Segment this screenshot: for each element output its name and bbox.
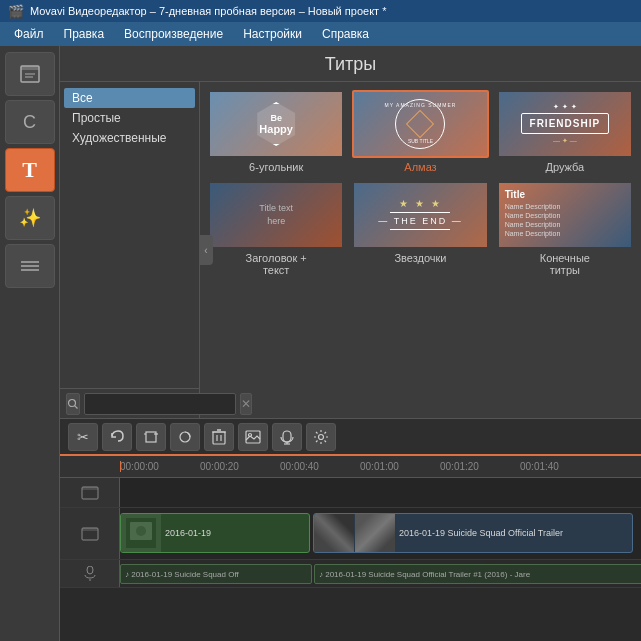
menu-help[interactable]: Справка [312,25,379,43]
category-artistic[interactable]: Художественные [64,128,195,148]
svg-point-29 [136,526,146,536]
menu-file[interactable]: Файл [4,25,54,43]
audio-clip-1[interactable]: ♪ 2016-01-19 Suicide Squad Off [120,564,312,584]
time-mark-5: 00:01:40 [520,461,600,472]
collapse-panel-button[interactable]: ‹ [199,235,213,265]
time-mark-3: 00:01:00 [360,461,440,472]
clip-label-1: 2016-01-19 [161,526,215,540]
title-card-diamond[interactable]: MY AMAZING SUMMER SUB TITLE Алмаз [352,90,488,173]
search-icon [66,393,80,415]
svg-point-30 [87,566,93,574]
svg-rect-13 [213,432,225,444]
title-label-diamond: Алмаз [404,161,436,173]
timeline: 00:00:00 00:00:20 00:00:40 00:01:00 00:0… [60,456,641,641]
sidebar-titles-btn[interactable]: T [5,148,55,192]
title-card-stars[interactable]: ★ ★ ★ — THE END — Звездочки [352,181,488,276]
track-content-empty [120,478,641,507]
undo-button[interactable] [102,423,132,451]
category-simple[interactable]: Простые [64,108,195,128]
settings-button[interactable] [306,423,336,451]
video-clip-1[interactable]: 2016-01-19 [120,513,310,553]
title-card-friendship[interactable]: ✦ ✦ ✦ FRIENDSHIP — ✦ — Дружба [497,90,633,173]
audio-label [60,560,120,587]
cut-button[interactable]: ✂ [68,423,98,451]
audio-content[interactable]: ♪ 2016-01-19 Suicide Squad Off ♪ 2016-01… [120,560,641,587]
timeline-ruler: 00:00:00 00:00:20 00:00:40 00:01:00 00:0… [60,456,641,478]
svg-rect-24 [82,487,98,490]
left-sidebar: C T ✨ [0,46,60,641]
title-label-hexagon: 6-угольник [249,161,303,173]
title-label-friendship: Дружба [545,161,584,173]
sidebar-unknown-btn[interactable]: C [5,100,55,144]
title-bar-text: Movavi Видеоредактор – 7-дневная пробная… [30,5,386,17]
main-layout: C T ✨ Титры Все Простые Художественные [0,46,641,641]
timeline-tracks: 2016-01-19 2016-01-19 Suicide Squad Offi… [60,478,641,641]
title-label-credits: Конечные титры [540,252,590,276]
title-thumb-stars: ★ ★ ★ — THE END — [352,181,488,249]
clip-label-2: 2016-01-19 Suicide Squad Official Traile… [395,526,567,540]
audio-clip-2[interactable]: ♪ 2016-01-19 Suicide Squad Official Trai… [314,564,641,584]
time-mark-2: 00:00:40 [280,461,360,472]
svg-point-7 [69,399,76,406]
title-thumb-credits: Title Name Description Name Description … [497,181,633,249]
menu-settings[interactable]: Настройки [233,25,312,43]
track-row-empty [60,478,641,508]
titles-header: Титры [60,46,641,82]
title-thumb-headline: Title texthere [208,181,344,249]
menu-playback[interactable]: Воспроизведение [114,25,233,43]
svg-line-8 [75,405,78,408]
menu-bar: Файл Правка Воспроизведение Настройки Сп… [0,22,641,46]
track-label-empty [60,478,120,507]
title-thumb-friendship: ✦ ✦ ✦ FRIENDSHIP — ✦ — [497,90,633,158]
category-all[interactable]: Все [64,88,195,108]
svg-rect-1 [21,66,39,70]
crop-button[interactable] [136,423,166,451]
svg-rect-26 [82,528,98,531]
time-mark-1: 00:00:20 [200,461,280,472]
clip-thumb-1 [121,514,161,552]
track-row-video: 2016-01-19 2016-01-19 Suicide Squad Offi… [60,508,641,560]
title-thumb-diamond: MY AMAZING SUMMER SUB TITLE [352,90,488,158]
time-mark-4: 00:01:20 [440,461,520,472]
sidebar-effects-btn[interactable]: ✨ [5,196,55,240]
toolbar: ✂ [60,418,641,456]
track-label-video [60,508,120,559]
time-mark-0: 00:00:00 [120,461,200,472]
clip-thumb-2b [355,514,395,552]
svg-point-22 [319,434,324,439]
title-thumb-hexagon: Be Happy [208,90,344,158]
title-label-headline: Заголовок + текст [246,252,307,276]
video-clip-2[interactable]: 2016-01-19 Suicide Squad Official Traile… [313,513,633,553]
title-card-headline[interactable]: Title texthere Заголовок + текст [208,181,344,276]
app-icon: 🎬 [8,4,24,19]
title-bar: 🎬 Movavi Видеоредактор – 7-дневная пробн… [0,0,641,22]
titles-panel: Титры Все Простые Художественные [60,46,641,418]
titles-grid: Be Happy 6-угольник [208,90,633,276]
audio-row: ♪ 2016-01-19 Suicide Squad Off ♪ 2016-01… [60,560,641,588]
sidebar-media-btn[interactable] [5,52,55,96]
content-area: Титры Все Простые Художественные [60,46,641,641]
title-card-hexagon[interactable]: Be Happy 6-угольник [208,90,344,173]
delete-button[interactable] [204,423,234,451]
sidebar-transitions-btn[interactable] [5,244,55,288]
category-list: Все Простые Художественные [60,82,200,388]
menu-edit[interactable]: Правка [54,25,115,43]
title-label-stars: Звездочки [394,252,446,264]
search-bar: ✕ [60,388,199,418]
title-card-credits[interactable]: Title Name Description Name Description … [497,181,633,276]
titles-body: Все Простые Художественные ✕ [60,82,641,418]
track-content-video[interactable]: 2016-01-19 2016-01-19 Suicide Squad Offi… [120,508,641,559]
titles-grid-area: Be Happy 6-угольник [200,82,641,418]
insert-image-button[interactable] [238,423,268,451]
clip-thumb-2 [314,514,354,552]
audio-button[interactable] [272,423,302,451]
color-button[interactable] [170,423,200,451]
